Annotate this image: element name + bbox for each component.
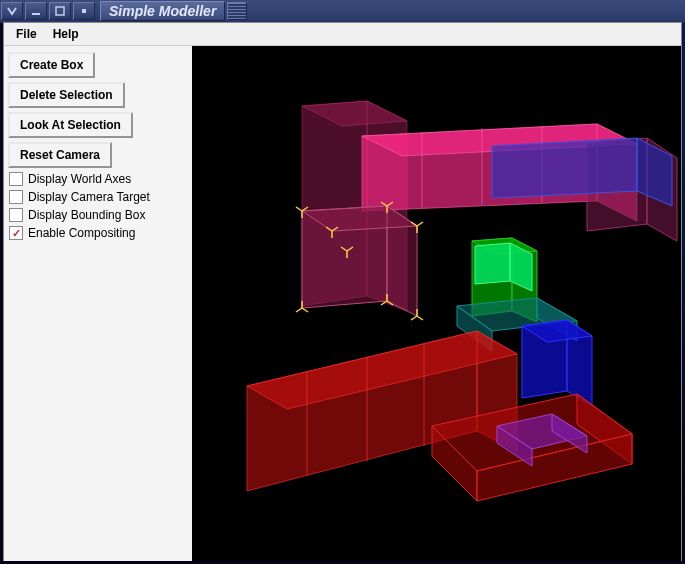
checkbox-icon <box>9 190 23 204</box>
menu-help[interactable]: Help <box>45 24 87 44</box>
window-title: Simple Modeller <box>100 1 225 21</box>
create-box-button[interactable]: Create Box <box>8 52 95 78</box>
titlebar-minimize-button[interactable] <box>25 2 47 20</box>
svg-marker-22 <box>475 243 510 284</box>
app-window: File Help Create Box Delete Selection Lo… <box>3 22 682 561</box>
svg-marker-14 <box>492 138 637 198</box>
titlebar-shade-button[interactable] <box>1 2 23 20</box>
look-at-selection-button[interactable]: Look At Selection <box>8 112 133 138</box>
display-bounding-box-checkbox[interactable]: Display Bounding Box <box>9 208 187 222</box>
sidebar: Create Box Delete Selection Look At Sele… <box>4 46 192 561</box>
delete-selection-button[interactable]: Delete Selection <box>8 82 125 108</box>
display-camera-target-checkbox[interactable]: Display Camera Target <box>9 190 187 204</box>
svg-rect-2 <box>82 9 86 13</box>
checkbox-label: Enable Compositing <box>28 226 135 240</box>
titlebar-grip[interactable] <box>227 2 247 20</box>
checkbox-label: Display World Axes <box>28 172 131 186</box>
menubar: File Help <box>4 23 681 46</box>
titlebar-close-button[interactable] <box>73 2 95 20</box>
enable-compositing-checkbox[interactable]: ✓ Enable Compositing <box>9 226 187 240</box>
checkbox-label: Display Bounding Box <box>28 208 145 222</box>
3d-viewport[interactable] <box>192 46 681 561</box>
svg-rect-1 <box>56 7 64 15</box>
checkbox-icon <box>9 172 23 186</box>
menu-file[interactable]: File <box>8 24 45 44</box>
reset-camera-button[interactable]: Reset Camera <box>8 142 112 168</box>
checkbox-icon <box>9 208 23 222</box>
svg-rect-0 <box>32 13 40 15</box>
checkbox-label: Display Camera Target <box>28 190 150 204</box>
checkbox-icon: ✓ <box>9 226 23 240</box>
window-titlebar: Simple Modeller <box>0 0 685 23</box>
titlebar-maximize-button[interactable] <box>49 2 71 20</box>
display-world-axes-checkbox[interactable]: Display World Axes <box>9 172 187 186</box>
